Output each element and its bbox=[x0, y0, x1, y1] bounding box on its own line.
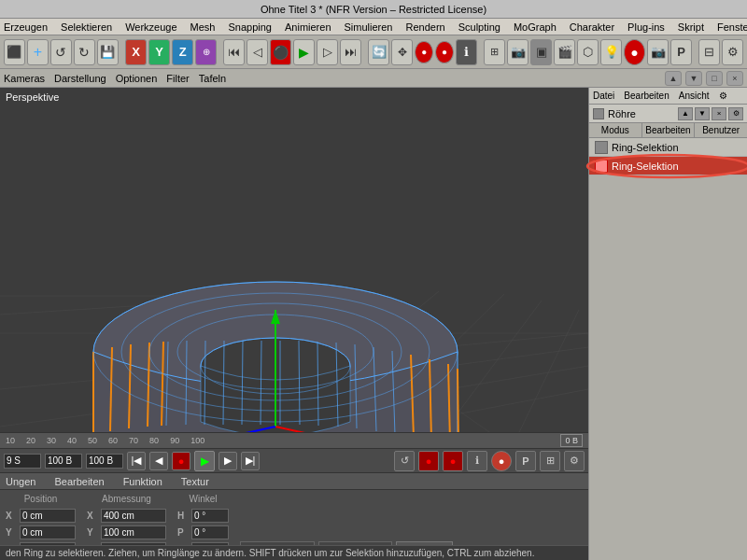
props-tab-bearbeiten[interactable]: Bearbeiten bbox=[54, 476, 104, 487]
grid-tl-btn[interactable]: ⊞ bbox=[540, 451, 560, 471]
x-abm-input[interactable] bbox=[101, 509, 166, 523]
panel-tab-benutzer[interactable]: Benutzer bbox=[695, 123, 747, 137]
ring-selektion-item-1[interactable]: Ring-Selektion bbox=[589, 138, 747, 157]
frame-current-input[interactable] bbox=[86, 454, 123, 469]
panel-header-close[interactable]: × bbox=[712, 107, 726, 120]
setting-tl-btn[interactable]: ⚙ bbox=[564, 451, 585, 471]
menu-werkzeuge[interactable]: Werkzeuge bbox=[125, 21, 176, 33]
new-button[interactable]: ⬛ bbox=[4, 39, 25, 65]
next-frame-tl-button[interactable]: ▶ bbox=[218, 452, 237, 470]
menu-snapping[interactable]: Snapping bbox=[228, 21, 272, 33]
light-btn[interactable]: 💡 bbox=[600, 39, 622, 65]
record-tl-btn3[interactable]: ● bbox=[491, 451, 512, 471]
go-start-button[interactable]: |◀ bbox=[127, 452, 146, 470]
viewport-arrow-down[interactable]: ▼ bbox=[685, 71, 702, 86]
material-button[interactable]: ⬡ bbox=[577, 39, 599, 65]
prev-frame-button[interactable]: ⏮ bbox=[223, 39, 245, 65]
menu-sculpting[interactable]: Sculpting bbox=[458, 21, 500, 33]
scene-button[interactable]: 🎬 bbox=[554, 39, 575, 65]
menu-animieren[interactable]: Animieren bbox=[285, 21, 331, 33]
menu-mograph[interactable]: MoGraph bbox=[514, 21, 557, 33]
settings-btn[interactable]: ⚙ bbox=[722, 39, 743, 65]
scale-button[interactable]: ⊕ bbox=[195, 39, 217, 65]
viewport-maximize[interactable]: □ bbox=[706, 71, 723, 86]
move-button[interactable]: ✥ bbox=[391, 39, 413, 65]
winkel-title: Winkel bbox=[177, 494, 229, 504]
undo-button[interactable]: ↺ bbox=[50, 39, 72, 65]
right-menu-ansicht[interactable]: Ansicht bbox=[679, 91, 710, 101]
toolbar2-kameras[interactable]: Kameras bbox=[4, 73, 45, 84]
redo-button[interactable]: ↻ bbox=[74, 39, 95, 65]
menu-mesh[interactable]: Mesh bbox=[190, 21, 216, 33]
viewport-arrow-up[interactable]: ▲ bbox=[665, 71, 682, 86]
menu-plugins[interactable]: Plug-ins bbox=[627, 21, 665, 33]
menu-charakter[interactable]: Charakter bbox=[570, 21, 614, 33]
prev-keyframe-button[interactable]: ◁ bbox=[247, 39, 268, 65]
render-button[interactable]: ▣ bbox=[530, 39, 552, 65]
add-button[interactable]: + bbox=[27, 39, 49, 65]
menu-erzeugen[interactable]: Erzeugen bbox=[4, 21, 48, 33]
snapshot-btn[interactable]: 📷 bbox=[647, 39, 669, 65]
x-pos-input[interactable] bbox=[20, 509, 76, 523]
grid-button[interactable]: ⊞ bbox=[484, 39, 505, 65]
viewport-label: Perspektive bbox=[6, 91, 59, 103]
info-tl-btn[interactable]: ℹ bbox=[467, 451, 487, 471]
rotate-button[interactable]: 🔄 bbox=[368, 39, 389, 65]
right-menu-datei[interactable]: Datei bbox=[593, 91, 614, 101]
toolbar2-filter[interactable]: Filter bbox=[166, 73, 189, 84]
main-area: Perspektive bbox=[0, 88, 747, 560]
record-tl-button[interactable]: ● bbox=[172, 452, 190, 470]
y-pos-input[interactable] bbox=[20, 525, 76, 539]
camera-button[interactable]: 📷 bbox=[507, 39, 529, 65]
right-menu-settings[interactable]: ⚙ bbox=[719, 91, 727, 101]
y-abm-input[interactable] bbox=[101, 525, 166, 539]
toolbar2-darstellung[interactable]: Darstellung bbox=[54, 73, 106, 84]
menu-selektieren[interactable]: Selektieren bbox=[61, 21, 112, 33]
panel-header-gear[interactable]: ⚙ bbox=[728, 107, 743, 120]
panel-tab-bearbeiten[interactable]: Bearbeiten bbox=[642, 123, 696, 137]
record-button[interactable]: ⚫ bbox=[270, 39, 291, 65]
x-axis-button[interactable]: X bbox=[125, 39, 147, 65]
play-button[interactable]: ▶ bbox=[293, 39, 315, 65]
menu-simulieren[interactable]: Simulieren bbox=[345, 21, 393, 33]
x-abm-label: X bbox=[87, 511, 98, 521]
go-end-button[interactable]: ▶| bbox=[241, 452, 260, 470]
props-tab-funktion[interactable]: Funktion bbox=[123, 476, 162, 487]
p-tl-btn[interactable]: P bbox=[515, 451, 536, 471]
toolbar2-optionen[interactable]: Optionen bbox=[116, 73, 158, 84]
frame-start-input[interactable] bbox=[4, 454, 41, 469]
viewport-close[interactable]: × bbox=[726, 71, 743, 86]
next-keyframe-button[interactable]: ▷ bbox=[317, 39, 338, 65]
red-circle-btn2[interactable]: ● bbox=[435, 41, 454, 63]
p-btn[interactable]: P bbox=[670, 39, 692, 65]
record-red-btn2[interactable]: ● bbox=[443, 451, 463, 471]
props-tab-textur[interactable]: Textur bbox=[181, 476, 209, 487]
y-axis-button[interactable]: Y bbox=[148, 39, 170, 65]
right-menu-bearbeiten[interactable]: Bearbeiten bbox=[624, 91, 669, 101]
prev-frame-tl-button[interactable]: ◀ bbox=[149, 452, 168, 470]
red-circle-btn1[interactable]: ● bbox=[415, 41, 433, 63]
props-tab-ungen[interactable]: Ungen bbox=[6, 476, 35, 487]
grid2-btn[interactable]: ⊟ bbox=[698, 39, 720, 65]
record-red-btn1[interactable]: ● bbox=[418, 451, 439, 471]
z-axis-button[interactable]: Z bbox=[172, 39, 193, 65]
info-button[interactable]: ℹ bbox=[456, 39, 477, 65]
menu-rendern[interactable]: Rendern bbox=[405, 21, 444, 33]
rotate-tl-btn[interactable]: ↺ bbox=[394, 451, 415, 471]
h-input[interactable] bbox=[191, 509, 229, 523]
p-input[interactable] bbox=[191, 525, 229, 539]
menu-fenster[interactable]: Fenster bbox=[717, 21, 747, 33]
title-bar: Ohne Titel 3 * (NFR Version – Restricted… bbox=[0, 0, 747, 19]
save-button[interactable]: 💾 bbox=[97, 39, 119, 65]
panel-tab-modus[interactable]: Modus bbox=[589, 123, 642, 137]
frame-end-input[interactable] bbox=[45, 454, 82, 469]
menu-skript[interactable]: Skript bbox=[678, 21, 704, 33]
play-tl-button[interactable]: ▶ bbox=[194, 451, 215, 471]
panel-header-btn1[interactable]: ▲ bbox=[678, 107, 693, 120]
panel-header-btn2[interactable]: ▼ bbox=[695, 107, 710, 120]
viewport[interactable]: Perspektive bbox=[0, 88, 588, 560]
ring-selektion-item-2[interactable]: Ring-Selektion bbox=[589, 157, 747, 175]
next-frame-button[interactable]: ⏭ bbox=[340, 39, 361, 65]
record2-btn[interactable]: ● bbox=[624, 39, 645, 65]
toolbar2-tafeln[interactable]: Tafeln bbox=[199, 73, 226, 84]
